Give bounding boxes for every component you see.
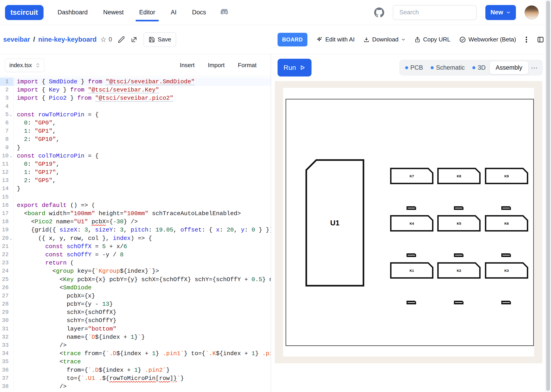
fold-toggle-icon[interactable]: ⌄: [9, 111, 13, 119]
code-line-17[interactable]: 17 <board width="100mm" height="100mm" s…: [0, 210, 271, 218]
code-line-33[interactable]: 33 />: [0, 341, 271, 350]
gutter-line-5: 5⌄: [0, 111, 14, 119]
assembly-canvas[interactable]: U1K7K8K9K4K5K6K1K2K3: [283, 88, 534, 357]
editor-header: index.tsx InsertImportFormat: [0, 54, 271, 77]
editor-action-format[interactable]: Format: [238, 62, 257, 69]
code-line-30[interactable]: 30 schY={schOffY}: [0, 316, 271, 325]
webworker-toggle[interactable]: Webworker (Beta): [459, 36, 516, 43]
code-line-27[interactable]: 27 pcbX={x}: [0, 292, 271, 300]
editor-action-import[interactable]: Import: [208, 62, 225, 69]
code-line-3[interactable]: 3import { Pico2 } from "@tsci/seveibar.p…: [0, 94, 271, 102]
code-line-5[interactable]: 5⌄const rowToMicroPin = {: [0, 111, 271, 119]
code-line-11[interactable]: 11 0: "GP19",: [0, 160, 271, 168]
play-icon: [300, 65, 306, 70]
run-button[interactable]: Run: [278, 59, 312, 77]
assembly-board-svg: U1K7K8K9K4K5K6K1K2K3: [286, 99, 534, 346]
code-line-31[interactable]: 31 layer="bottom": [0, 325, 271, 333]
breadcrumb-owner[interactable]: seveibar: [3, 36, 30, 43]
code-line-19[interactable]: 19 {grid({ sizeX: 3, sizeY: 3, pitch: 19…: [0, 226, 271, 234]
tab-assembly[interactable]: Assembly: [490, 61, 528, 74]
code-line-35[interactable]: 35 <trace: [0, 358, 271, 366]
code-line-10[interactable]: 10⌄const colToMicroPin = {: [0, 152, 271, 160]
check-circle-icon: [459, 36, 466, 43]
star-button[interactable]: ☆ 0: [100, 36, 112, 43]
code-line-4[interactable]: 4: [0, 102, 271, 111]
code-line-34[interactable]: 34 <trace from={`.D${index + 1} .pin1`} …: [0, 350, 271, 358]
toggle-panel-button[interactable]: [537, 36, 544, 43]
nav-link-newest[interactable]: Newest: [95, 0, 131, 25]
nav-link-dashboard[interactable]: Dashboard: [50, 0, 95, 25]
code-area[interactable]: 1import { SmdDiode } from "@tsci/seveiba…: [0, 77, 271, 392]
tab-schematic[interactable]: Schematic: [427, 64, 468, 71]
nav-link-ai[interactable]: AI: [163, 0, 184, 25]
new-button[interactable]: New: [485, 5, 516, 20]
sparkle-icon: [316, 36, 323, 43]
pencil-icon: [118, 36, 125, 43]
tabs-overflow-button[interactable]: ⋯: [529, 64, 541, 72]
code-line-26[interactable]: 26 <SmdDiode: [0, 284, 271, 292]
tab-3d[interactable]: 3D: [469, 64, 489, 71]
rename-button[interactable]: [118, 36, 125, 43]
code-line-22[interactable]: 22 const schOffY = -y / 8: [0, 251, 271, 259]
fold-toggle-icon[interactable]: ⌄: [9, 234, 13, 242]
gutter-line-28: 28: [0, 300, 14, 308]
code-line-9[interactable]: 9}: [0, 144, 271, 152]
code-line-29[interactable]: 29 schX={schOffX}: [0, 308, 271, 316]
code-line-25[interactable]: 25 <Key pcbX={x} pcbY={y} schX={schOffX}…: [0, 275, 271, 284]
gutter-line-34: 34: [0, 350, 14, 358]
kebab-icon: [525, 36, 528, 43]
page-scrollbar[interactable]: [545, 0, 551, 392]
code-line-7[interactable]: 7 1: "GP1",: [0, 127, 271, 135]
gutter-line-16: 16: [0, 201, 14, 210]
nav-link-docs[interactable]: Docs: [184, 0, 214, 25]
diode-band: [408, 302, 415, 303]
code-line-16[interactable]: 16export default () => (: [0, 201, 271, 210]
tab-dot-icon: [472, 66, 475, 69]
code-line-6[interactable]: 6 0: "GP0",: [0, 119, 271, 127]
board-badge[interactable]: BOARD: [278, 33, 308, 46]
code-line-36[interactable]: 36 from={`.D${index + 1} .pin2`}: [0, 366, 271, 374]
code-line-13[interactable]: 13 2: "GP5",: [0, 176, 271, 185]
code-line-8[interactable]: 8 2: "GP10",: [0, 135, 271, 143]
code-line-1[interactable]: 1import { SmdDiode } from "@tsci/seveiba…: [0, 78, 271, 86]
discord-icon[interactable]: [220, 9, 230, 16]
gutter-line-2: 2: [0, 86, 14, 94]
code-line-14[interactable]: 14}: [0, 185, 271, 193]
fold-toggle-icon[interactable]: ⌄: [9, 152, 13, 160]
code-line-28[interactable]: 28 pcbY={y - 13}: [0, 300, 271, 308]
code-line-24[interactable]: 24 <group key={`Kgroup${index}`}>: [0, 267, 271, 275]
code-line-15[interactable]: 15: [0, 193, 271, 201]
code-line-18[interactable]: 18 <Pico2 name="U1" pcbX={-30} />: [0, 218, 271, 226]
edit-with-ai-button[interactable]: Edit with AI: [316, 36, 355, 43]
editor-action-insert[interactable]: Insert: [180, 62, 195, 69]
code-line-23[interactable]: 23 return (: [0, 259, 271, 267]
tab-pcb[interactable]: PCB: [401, 64, 427, 71]
code-line-2[interactable]: 2import { Key } from "@tsci/seveibar.Key…: [0, 86, 271, 94]
gutter-line-20: 20⌄: [0, 234, 14, 242]
more-options-button[interactable]: [525, 36, 528, 43]
gutter-line-24: 24: [0, 267, 14, 275]
download-button[interactable]: Download: [363, 36, 406, 43]
fork-button[interactable]: [130, 36, 138, 43]
gutter-line-23: 23: [0, 259, 14, 267]
avatar[interactable]: [525, 6, 539, 20]
code-line-21[interactable]: 21 const schOffX = 5 + x/6: [0, 242, 271, 251]
gutter-line-37: 37: [0, 374, 14, 382]
code-line-20[interactable]: 20⌄ ({ x, y, row, col }, index) => {: [0, 234, 271, 242]
copy-url-button[interactable]: Copy URL: [414, 36, 451, 43]
code-line-12[interactable]: 12 1: "GP17",: [0, 168, 271, 176]
search-input[interactable]: [393, 5, 477, 20]
code-line-37[interactable]: 37 to={`.U1 .${rowToMicroPin[row]}`}: [0, 374, 271, 382]
assembly-key-label: K3: [504, 269, 509, 273]
scrollbar-thumb[interactable]: [546, 1, 550, 391]
webworker-label: Webworker (Beta): [469, 36, 516, 43]
code-line-32[interactable]: 32 name={`D${index + 1}`}: [0, 333, 271, 341]
breadcrumb-project[interactable]: nine-key-keyboard: [38, 36, 97, 43]
save-button[interactable]: Save: [143, 32, 176, 47]
github-icon[interactable]: [374, 7, 384, 18]
nav-link-editor[interactable]: Editor: [131, 0, 163, 25]
tscircuit-logo[interactable]: tscircuit: [5, 5, 43, 20]
gutter-line-32: 32: [0, 333, 14, 341]
file-selector[interactable]: index.tsx: [5, 58, 44, 72]
code-line-38[interactable]: 38 />: [0, 382, 271, 391]
